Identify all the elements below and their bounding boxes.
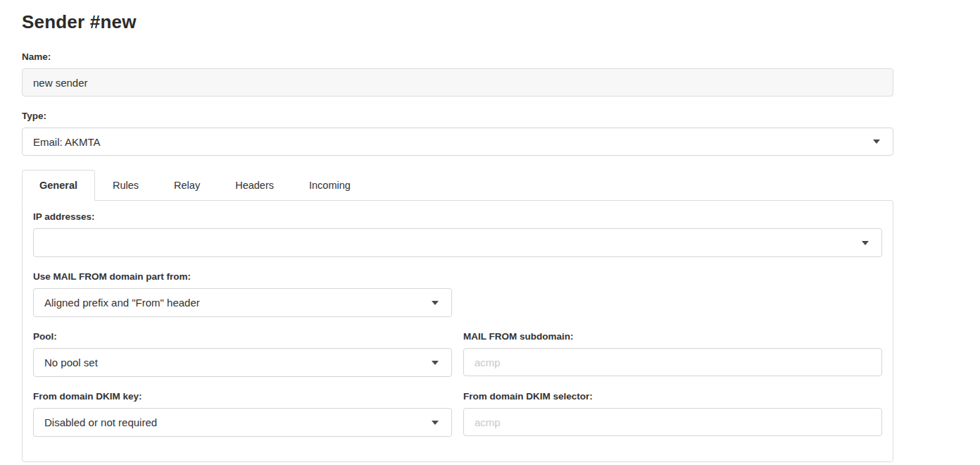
tab-incoming-label: Incoming [309,180,351,191]
name-input[interactable] [22,68,893,97]
tab-headers-label: Headers [235,180,274,191]
mail-from-subdomain-label: MAIL FROM subdomain: [463,331,882,342]
sender-tabs: General Rules Relay Headers Incoming [22,170,893,200]
pool-select-value: No pool set [44,356,98,368]
tab-general-label: General [39,180,77,191]
mail-from-domain-part-select[interactable]: Aligned prefix and "From" header [33,288,452,317]
dkim-row: From domain DKIM key: Disabled or not re… [33,391,882,451]
dkim-selector-input[interactable] [463,408,882,436]
type-label: Type: [22,111,893,121]
pool-label: Pool: [33,331,452,342]
type-select[interactable]: Email: AKMTA [22,128,893,156]
name-label: Name: [22,51,893,62]
dkim-key-form-group: From domain DKIM key: Disabled or not re… [33,391,452,437]
name-form-group: Name: [22,51,893,97]
chevron-down-icon [862,241,869,245]
tab-general[interactable]: General [22,170,95,201]
chevron-down-icon [432,421,439,425]
dkim-key-label: From domain DKIM key: [33,391,452,402]
type-form-group: Type: Email: AKMTA [22,111,893,156]
tab-relay-label: Relay [174,180,200,191]
mail-from-subdomain-form-group: MAIL FROM subdomain: [463,331,882,380]
ip-addresses-label: IP addresses: [33,211,882,222]
pool-subdomain-row: Pool: No pool set MAIL FROM subdomain: [33,331,882,391]
tab-panel-general: IP addresses: Use MAIL FROM domain part … [22,200,893,462]
chevron-down-icon [873,140,880,144]
chevron-down-icon [432,361,439,365]
tab-relay[interactable]: Relay [156,170,218,201]
sender-form-page: Sender #new Name: Type: Email: AKMTA Gen… [22,0,893,462]
mail-from-subdomain-input[interactable] [463,348,882,376]
tab-rules[interactable]: Rules [95,170,156,201]
mail-from-domain-part-select-value: Aligned prefix and "From" header [44,297,200,309]
mail-from-domain-part-form-group: Use MAIL FROM domain part from: Aligned … [33,271,882,317]
dkim-selector-form-group: From domain DKIM selector: [463,391,882,440]
pool-form-group: Pool: No pool set [33,331,452,377]
type-select-value: Email: AKMTA [33,136,101,148]
ip-addresses-select[interactable] [33,228,882,257]
ip-addresses-form-group: IP addresses: [33,211,882,257]
mail-from-domain-part-label: Use MAIL FROM domain part from: [33,271,882,282]
dkim-selector-label: From domain DKIM selector: [463,391,882,402]
tab-rules-label: Rules [113,180,139,191]
tab-incoming[interactable]: Incoming [291,170,368,201]
dkim-key-select[interactable]: Disabled or not required [33,408,452,437]
chevron-down-icon [432,301,439,305]
tab-headers[interactable]: Headers [218,170,291,201]
pool-select[interactable]: No pool set [33,348,452,377]
dkim-key-select-value: Disabled or not required [44,416,157,428]
page-title: Sender #new [22,11,893,33]
